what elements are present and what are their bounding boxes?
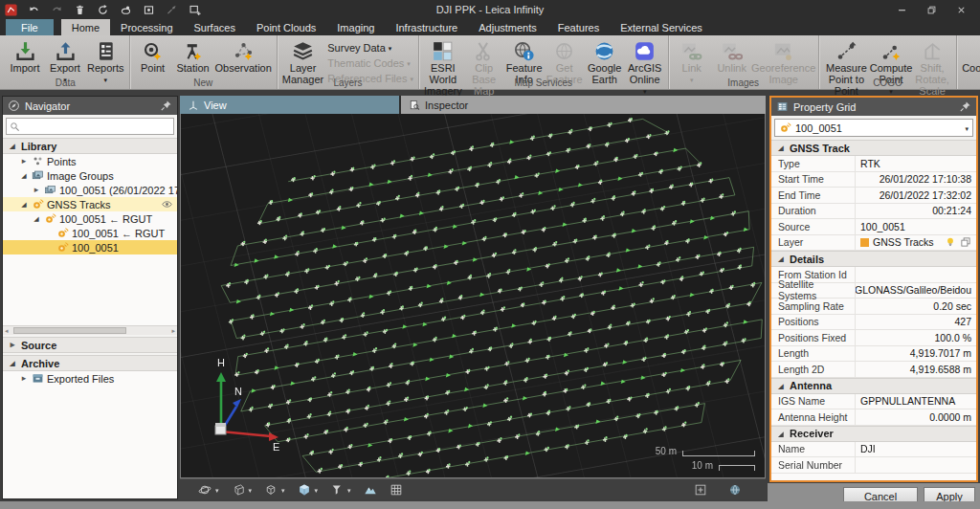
- ribbon-tab-infrastructure[interactable]: Infrastructure: [385, 19, 468, 35]
- pin-icon[interactable]: [959, 100, 971, 113]
- ribbon-tab-surfaces[interactable]: Surfaces: [184, 19, 246, 35]
- observation-label: Observation: [215, 63, 272, 75]
- property-label: Antenna Height: [771, 409, 856, 425]
- property-row-end-time[interactable]: End Time26/01/2022 17:32:02: [771, 188, 976, 204]
- tree-item-100-0051[interactable]: 100_0051: [3, 240, 177, 254]
- viewport-3d[interactable]: H N E 50 m 10 m: [180, 114, 766, 478]
- property-row-positions-fixed[interactable]: Positions Fixed100.0 %: [771, 330, 976, 346]
- import-button[interactable]: Import: [5, 37, 45, 76]
- tree-item-100-0051-rgut[interactable]: 100_0051 ← RGUT: [3, 211, 177, 226]
- property-section-receiver[interactable]: Receiver: [771, 426, 976, 442]
- survey-data-toggle[interactable]: Survey Data: [327, 42, 413, 54]
- search-input[interactable]: [24, 121, 170, 132]
- property-row-positions[interactable]: Positions427: [771, 315, 976, 331]
- ribbon-tab-imaging[interactable]: Imaging: [326, 19, 385, 35]
- property-section-details[interactable]: Details: [771, 251, 976, 267]
- plus-box-button[interactable]: [691, 482, 710, 498]
- property-row-serial-number[interactable]: Serial Number: [771, 457, 976, 474]
- globe-icon: [728, 483, 742, 497]
- property-label: Length: [771, 346, 856, 362]
- archive-qat-icon[interactable]: [143, 4, 155, 16]
- delete-icon[interactable]: [74, 4, 86, 16]
- tree-item-100-0051-rgut[interactable]: 100_0051 ← RGUT: [3, 226, 177, 240]
- shift-rotate-scale-button[interactable]: Shift, Rotate, Scale: [911, 37, 953, 99]
- coordinates-button[interactable]: Coordinates: [960, 37, 980, 87]
- clip-base-map-button[interactable]: Clip Base Map: [464, 37, 504, 99]
- property-value-text: 0.20 sec: [933, 300, 971, 312]
- collapsed-icon[interactable]: [19, 157, 29, 166]
- tab-inspector[interactable]: Inspector: [399, 96, 766, 114]
- tree-item-label: 100_0051: [72, 242, 119, 254]
- blue-cube-button[interactable]: [295, 482, 322, 498]
- property-row-layer[interactable]: LayerGNSS Tracks: [771, 235, 976, 252]
- new-point-button[interactable]: Point: [133, 37, 173, 76]
- tree-item-points[interactable]: Points: [3, 154, 177, 168]
- scrollbar-thumb[interactable]: [13, 327, 126, 334]
- expanded-icon[interactable]: [19, 201, 29, 208]
- expanded-icon[interactable]: [32, 215, 41, 222]
- unlink-button[interactable]: Unlink: [712, 37, 752, 76]
- property-row-igs-name[interactable]: IGS NameGPPNULLANTENNA: [771, 394, 976, 410]
- tree-item-gnss-tracks[interactable]: GNSS Tracks: [3, 197, 177, 211]
- new-station-button[interactable]: Station: [173, 37, 213, 76]
- small-cube-button[interactable]: [261, 482, 288, 498]
- property-row-source[interactable]: Source100_0051: [771, 219, 976, 235]
- property-row-length-2d[interactable]: Length 2D4,919.6588 m: [771, 362, 976, 378]
- close-icon[interactable]: [956, 5, 967, 15]
- wire-cube-button[interactable]: [229, 482, 256, 498]
- property-row-duration[interactable]: Duration00:21:24: [771, 204, 976, 220]
- property-row-start-time[interactable]: Start Time26/01/2022 17:10:38: [771, 172, 976, 188]
- property-row-satellite-systems[interactable]: Satellite SystemsGPS/GLONASS/Galileo/Bei…: [771, 283, 976, 299]
- horizontal-scrollbar[interactable]: ◂▸: [3, 325, 177, 335]
- orbit-button[interactable]: [195, 482, 222, 498]
- track-selector-dropdown[interactable]: 100_0051: [774, 119, 973, 137]
- property-row-type[interactable]: TypeRTK: [771, 156, 976, 172]
- ribbon-tab-external-services[interactable]: External Services: [610, 19, 713, 35]
- minimize-icon[interactable]: [897, 5, 907, 15]
- ribbon-tab-adjustments[interactable]: Adjustments: [468, 19, 547, 35]
- collapsed-icon[interactable]: [19, 374, 29, 383]
- ribbon-tab-home[interactable]: Home: [61, 19, 110, 35]
- undo-icon[interactable]: [28, 4, 40, 16]
- section-source[interactable]: Source: [3, 337, 177, 353]
- tab-view[interactable]: View: [180, 96, 399, 114]
- restore-icon[interactable]: [926, 5, 937, 15]
- collapsed-icon[interactable]: [32, 186, 41, 194]
- grid-button[interactable]: [387, 482, 406, 498]
- track-qat-icon[interactable]: [120, 4, 132, 16]
- bulb-icon[interactable]: [945, 236, 956, 248]
- thematic-codes-toggle[interactable]: Thematic Codes: [327, 57, 413, 69]
- collapse-icon: [776, 383, 786, 389]
- property-section-antenna[interactable]: Antenna: [771, 378, 976, 394]
- ribbon-tab-features[interactable]: Features: [547, 19, 610, 35]
- new-observation-button[interactable]: Observation: [213, 37, 274, 76]
- property-section-gnss-track[interactable]: GNSS Track: [771, 140, 976, 156]
- property-row-length[interactable]: Length4,919.7017 m: [771, 346, 976, 363]
- tree-item-image-groups[interactable]: Image Groups: [3, 168, 177, 183]
- property-row-name[interactable]: NameDJI: [771, 442, 976, 458]
- ribbon-tab-file[interactable]: File: [6, 19, 54, 35]
- property-row-antenna-height[interactable]: Antenna Height0.0000 m: [771, 409, 976, 426]
- mountain-button[interactable]: [361, 482, 380, 498]
- tree-item-100-0051-26-01-2022-17-10-38[interactable]: 100_0051 (26/01/2022 17:10:38): [3, 183, 177, 197]
- ribbon-tab-processing[interactable]: Processing: [110, 19, 183, 35]
- globe-button[interactable]: [725, 482, 745, 498]
- eye-icon[interactable]: [161, 198, 173, 210]
- refresh-icon[interactable]: [97, 4, 109, 16]
- property-row-sampling-rate[interactable]: Sampling Rate0.20 sec: [771, 299, 976, 315]
- expanded-icon[interactable]: [19, 172, 29, 179]
- ribbon-tab-point-clouds[interactable]: Point Clouds: [246, 19, 326, 35]
- filter-button[interactable]: [327, 482, 354, 498]
- section-library[interactable]: Library: [3, 138, 177, 154]
- section-archive[interactable]: Archive: [3, 355, 177, 371]
- copy-icon[interactable]: [960, 236, 971, 248]
- tools-qat-icon[interactable]: [166, 4, 178, 16]
- tree-item-exported-files[interactable]: Exported Files: [3, 371, 177, 386]
- tab-label: View: [204, 100, 227, 111]
- redo-icon[interactable]: [51, 4, 63, 16]
- new-window-icon[interactable]: [189, 4, 201, 16]
- compute-point-button[interactable]: Compute Point: [871, 37, 911, 99]
- measure-point-to-point-button[interactable]: Measure Point to Point: [822, 37, 871, 99]
- pin-icon[interactable]: [160, 100, 172, 112]
- arcgis-online-button[interactable]: ArcGIS Online: [625, 37, 665, 99]
